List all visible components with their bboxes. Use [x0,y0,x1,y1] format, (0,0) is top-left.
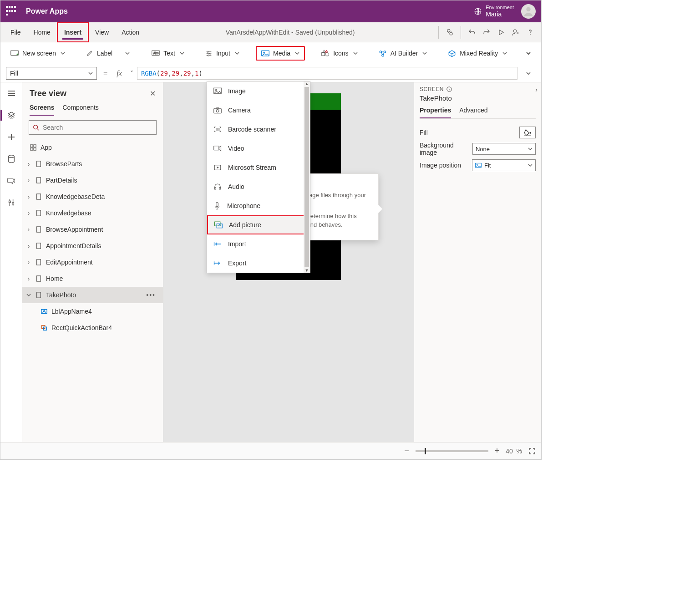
media-video[interactable]: Video [207,139,310,158]
dropdown-scrollbar[interactable]: ▲▼ [304,81,310,273]
formula-expand[interactable] [521,71,536,76]
screen-icon [36,226,41,233]
tab-properties[interactable]: Properties [420,107,451,118]
rail-tools[interactable] [2,195,20,210]
ribbon-overflow[interactable] [521,43,536,63]
text-button[interactable]: Abc Text [147,47,189,60]
svg-point-19 [8,155,14,158]
headphones-icon [213,183,222,190]
rail-media[interactable] [2,173,20,188]
redo-icon[interactable] [479,22,494,42]
menu-view[interactable]: View [89,22,115,42]
tree-item[interactable]: ›PartDetails [22,172,163,188]
media-label: Media [273,50,290,57]
svg-text:Abc: Abc [153,51,159,55]
tree-item-more[interactable]: ••• [146,291,159,299]
formula-input[interactable]: RGBA(29, 29, 29, 1) [137,67,517,80]
tree-view-panel: Tree view ✕ Screens Components App ›Brow… [22,82,163,442]
zoom-in[interactable]: + [495,446,500,456]
media-image[interactable]: Image [207,81,310,101]
app-launcher-icon[interactable] [6,6,17,17]
tree-item[interactable]: ›BrowseParts [22,156,163,172]
rail-tree-view[interactable] [2,108,20,122]
svg-point-10 [209,53,211,54]
media-camera[interactable]: Camera [207,101,310,120]
rail-insert[interactable] [2,130,20,144]
svg-rect-32 [37,227,41,232]
tree-app[interactable]: App [22,139,163,156]
new-screen-button[interactable]: New screen [6,47,70,60]
mixed-reality-button[interactable]: Mixed Reality [443,47,512,60]
fill-color-picker[interactable] [519,127,536,138]
tree-child[interactable]: RectQuickActionBar4 [22,320,163,336]
media-barcode[interactable]: Barcode scanner [207,120,310,139]
user-avatar[interactable] [521,4,536,19]
bg-image-select[interactable]: None [472,143,536,155]
menu-home[interactable]: Home [27,22,57,42]
ai-builder-button[interactable]: AI Builder [374,47,432,60]
rail-hamburger[interactable] [2,86,20,101]
media-add-picture[interactable]: Add picture [207,215,310,234]
info-icon[interactable] [446,86,452,92]
insert-ribbon: New screen Label Abc Text Input Media [0,42,541,64]
media-stream[interactable]: Microsoft Stream [207,158,310,177]
tab-components[interactable]: Components [62,104,98,116]
tree-item[interactable]: ›EditAppointment [22,254,163,270]
camera-icon [213,107,222,114]
canvas[interactable]: Ta Image Camera Barcode scanner Video Mi… [163,82,414,442]
tree-child[interactable]: LblAppName4 [22,303,163,320]
rail-data[interactable] [2,152,20,166]
play-icon[interactable] [494,22,508,42]
tree-search[interactable] [29,120,157,135]
image-position-select[interactable]: Fit [472,159,536,171]
tree-item[interactable]: ›KnowledgebaseDeta [22,188,163,205]
globe-icon [474,7,482,15]
icons-button[interactable]: Icons [317,47,362,60]
zoom-out[interactable]: − [404,446,409,456]
media-import[interactable]: Import [207,234,310,254]
zoom-slider[interactable] [416,450,488,452]
undo-icon[interactable] [465,22,479,42]
screen-icon [36,275,41,282]
tree-item-selected[interactable]: TakePhoto••• [22,287,163,303]
menu-action[interactable]: Action [115,22,146,42]
app-checker-icon[interactable] [442,22,457,42]
menu-insert[interactable]: Insert [57,22,89,42]
rectangle-icon [41,325,47,331]
media-audio[interactable]: Audio [207,177,310,196]
new-screen-label: New screen [22,50,56,57]
environment-picker[interactable]: Environment Maria [474,5,514,18]
label-button[interactable]: Label [81,47,135,60]
share-icon[interactable] [508,22,523,42]
tree-item[interactable]: ›AppointmentDetails [22,238,163,254]
svg-rect-44 [214,146,219,150]
tree-close[interactable]: ✕ [150,89,156,98]
tab-advanced[interactable]: Advanced [459,107,487,118]
svg-rect-42 [214,108,222,113]
icons-label: Icons [333,50,348,57]
input-button[interactable]: Input [201,47,244,60]
menu-file[interactable]: File [4,22,27,42]
media-button[interactable]: Media [256,46,305,61]
svg-rect-31 [37,210,41,216]
svg-rect-28 [37,161,41,167]
fit-to-screen[interactable] [528,448,536,455]
media-microphone[interactable]: Microphone [207,196,310,215]
svg-point-15 [325,52,329,56]
svg-rect-47 [219,188,221,190]
expand-icon [528,448,536,455]
props-expand[interactable]: › [535,86,538,93]
media-export[interactable]: Export [207,254,310,273]
tree-item[interactable]: ›BrowseAppointment [22,221,163,238]
chevron-down-icon [88,71,93,76]
screen-icon [36,292,41,298]
env-name: Maria [486,10,514,18]
search-input[interactable] [43,124,152,131]
picture-icon [475,163,482,168]
svg-rect-29 [37,178,41,183]
tree-item[interactable]: ›Knowledgebase [22,205,163,221]
help-icon[interactable] [523,22,538,42]
property-selector[interactable]: Fill [6,67,97,80]
tree-item[interactable]: ›Home [22,270,163,287]
tab-screens[interactable]: Screens [30,104,54,116]
